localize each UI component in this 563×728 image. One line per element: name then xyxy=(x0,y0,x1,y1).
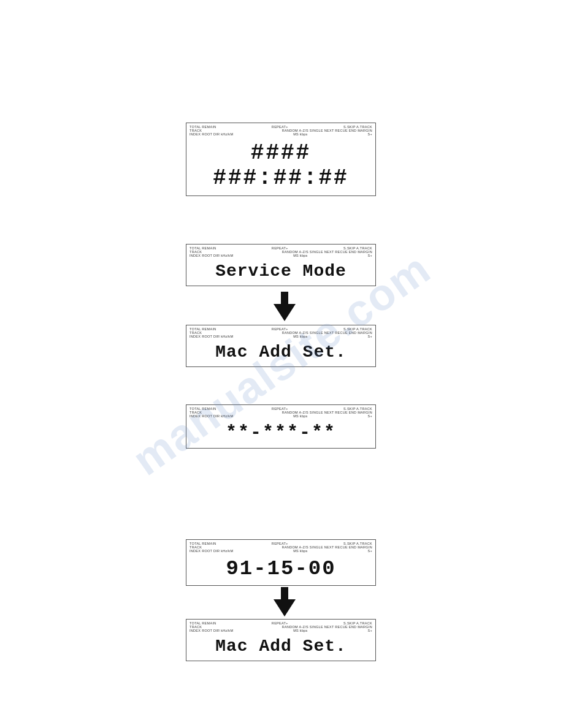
display-box-2: TOTAL REMAIN REPEAT+ S.SKIP A.TRACK TRAC… xyxy=(186,244,376,286)
header-ms-2: MS kbps xyxy=(293,254,308,257)
header-index-1: INDEX ROOT DIR kHz/kM xyxy=(190,132,233,136)
display-content-2: Service Mode xyxy=(186,258,375,286)
arrow-head-2 xyxy=(274,599,296,616)
display-box-1: TOTAL REMAIN REPEAT+ S.SKIP A.TRACK TRAC… xyxy=(186,123,376,196)
arrow-shaft-1 xyxy=(281,292,288,304)
header-index-4: INDEX ROOT DIR kHz/kM xyxy=(190,414,233,418)
header-s-2: S+ xyxy=(368,254,372,257)
display-content-4: **-***-** xyxy=(186,419,375,448)
header-index-5: INDEX ROOT DIR kHz/kM xyxy=(190,549,233,553)
header-row3-6: INDEX ROOT DIR kHz/kM MS kbps S+ xyxy=(190,629,372,632)
header-ms-6: MS kbps xyxy=(293,629,308,632)
header-s-3: S+ xyxy=(368,335,372,338)
display-content-5: 91-15-00 xyxy=(186,553,375,585)
arrow-2 xyxy=(274,587,296,616)
hash-display-1: #### ###:##:## xyxy=(213,140,348,191)
display-box-3: TOTAL REMAIN REPEAT+ S.SKIP A.TRACK TRAC… xyxy=(186,325,376,367)
display-box-4: TOTAL REMAIN REPEAT+ S.SKIP A.TRACK TRAC… xyxy=(186,404,376,449)
header-ms-5: MS kbps xyxy=(293,549,308,553)
display-box-5: TOTAL REMAIN REPEAT+ S.SKIP A.TRACK TRAC… xyxy=(186,539,376,586)
header-index-2: INDEX ROOT DIR kHz/kM xyxy=(190,254,233,257)
header-row3-2: INDEX ROOT DIR kHz/kM MS kbps S+ xyxy=(190,254,372,257)
header-s-4: S+ xyxy=(368,414,372,418)
header-ms-4: MS kbps xyxy=(293,414,308,418)
header-index-3: INDEX ROOT DIR kHz/kM xyxy=(190,335,233,338)
arrow-head-1 xyxy=(274,304,296,321)
display-header-3: TOTAL REMAIN REPEAT+ S.SKIP A.TRACK TRAC… xyxy=(186,325,375,339)
arrow-1 xyxy=(274,292,296,321)
header-row3-5: INDEX ROOT DIR kHz/kM MS kbps S+ xyxy=(190,549,372,553)
display-header-2: TOTAL REMAIN REPEAT+ S.SKIP A.TRACK TRAC… xyxy=(186,245,375,258)
display-content-1: #### ###:##:## xyxy=(186,137,375,195)
display-content-6: Mac Add Set. xyxy=(186,633,375,661)
header-row3-4: INDEX ROOT DIR kHz/kM MS kbps S+ xyxy=(190,414,372,418)
display-header-4: TOTAL REMAIN REPEAT+ S.SKIP A.TRACK TRAC… xyxy=(186,405,375,419)
header-s-6: S+ xyxy=(368,629,372,632)
header-s-5: S+ xyxy=(368,549,372,553)
header-row3-1: INDEX ROOT DIR kHz/kM MS kbps S+ xyxy=(190,132,372,136)
header-row3-3: INDEX ROOT DIR kHz/kM MS kbps S+ xyxy=(190,335,372,338)
mac-add-set-text-1: Mac Add Set. xyxy=(215,343,347,362)
asterisk-display: **-***-** xyxy=(226,422,336,443)
display-header-6: TOTAL REMAIN REPEAT+ S.SKIP A.TRACK TRAC… xyxy=(186,620,375,633)
arrow-shaft-2 xyxy=(281,587,288,599)
service-mode-text: Service Mode xyxy=(215,262,347,281)
header-ms-3: MS kbps xyxy=(293,335,308,338)
display-box-6: TOTAL REMAIN REPEAT+ S.SKIP A.TRACK TRAC… xyxy=(186,619,376,661)
header-s-1: S+ xyxy=(368,132,372,136)
header-ms-1: MS kbps xyxy=(293,132,308,136)
display-content-3: Mac Add Set. xyxy=(186,339,375,366)
number-display: 91-15-00 xyxy=(226,557,335,580)
mac-add-set-text-2: Mac Add Set. xyxy=(215,637,347,656)
display-header-5: TOTAL REMAIN REPEAT+ S.SKIP A.TRACK TRAC… xyxy=(186,540,375,553)
display-header-1: TOTAL REMAIN REPEAT+ S.SKIP A.TRACK TRAC… xyxy=(186,123,375,137)
header-index-6: INDEX ROOT DIR kHz/kM xyxy=(190,629,233,632)
